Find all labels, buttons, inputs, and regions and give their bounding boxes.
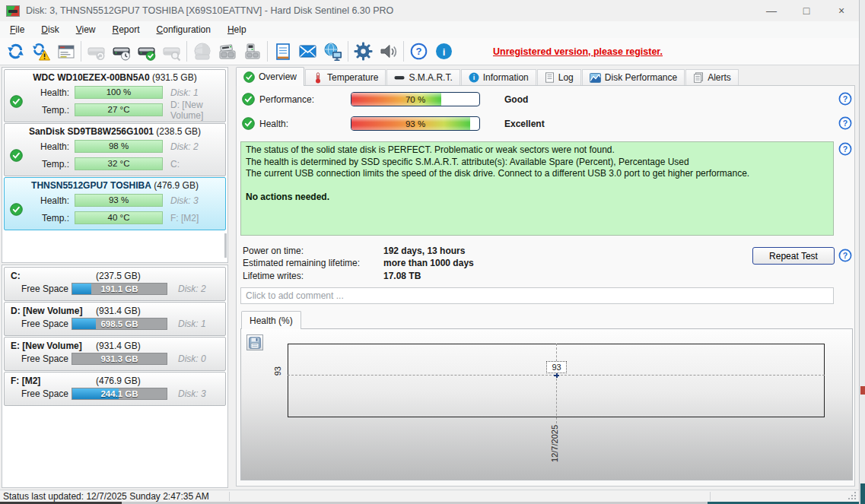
health-label: Health: xyxy=(259,119,288,129)
free-space-value: 931.3 GB xyxy=(72,353,167,364)
disk-volume: D: [New Volume] xyxy=(163,100,225,121)
surface-sphere-icon[interactable] xyxy=(189,40,215,63)
disk-search-icon[interactable] xyxy=(159,40,184,63)
temp-bar: 27 °C xyxy=(75,103,163,116)
remaining-lifetime-label: Estimated remaining lifetime: xyxy=(243,258,380,268)
tab-smart[interactable]: S.M.A.R.T. xyxy=(386,69,460,86)
tab-information[interactable]: i Information xyxy=(461,69,536,86)
disk-model: WDC WD10EZEX-00BN5A0 xyxy=(33,72,149,83)
tab-alerts[interactable]: Alerts xyxy=(685,69,739,86)
tab-bar: Overview Temperature S.M.A.R.T. i Inform… xyxy=(236,67,739,86)
disk-clock-icon[interactable] xyxy=(109,40,134,63)
free-space-label: Free Space xyxy=(21,388,72,399)
help-icon[interactable]: ? xyxy=(838,116,852,130)
thermometer-icon xyxy=(313,72,323,84)
info-icon[interactable]: i xyxy=(431,40,456,63)
remaining-lifetime-value: more than 1000 days xyxy=(383,258,474,268)
performance-label: Performance: xyxy=(259,94,314,105)
partition-disk-number: Disk: 3 xyxy=(178,388,206,399)
disk-list-item-2[interactable]: SanDisk SD9TB8W256G1001 (238.5 GB) Healt… xyxy=(4,123,226,176)
health-label: Health: xyxy=(27,195,75,206)
disk-check-icon[interactable] xyxy=(134,40,159,63)
menu-report[interactable]: Report xyxy=(104,23,148,36)
partition-item-d[interactable]: D: [New Volume](931.4 GB) Free Space 698… xyxy=(4,302,226,336)
partition-item-e[interactable]: E: [New Volume](931.4 GB) Free Space 931… xyxy=(4,337,226,371)
maximize-button[interactable]: □ xyxy=(789,0,824,21)
help-icon[interactable]: ? xyxy=(838,92,852,106)
menu-help[interactable]: Help xyxy=(219,23,255,36)
disk-list: WDC WD10EZEX-00BN5A0 (931.5 GB) Health: … xyxy=(2,67,228,263)
disk-dock-icon[interactable] xyxy=(215,40,240,63)
disk-eject-icon[interactable] xyxy=(240,40,265,63)
toolbar-separator xyxy=(267,41,268,62)
health-ok-icon xyxy=(10,203,23,216)
disk-list-item-1[interactable]: WDC WD10EZEX-00BN5A0 (931.5 GB) Health: … xyxy=(4,69,226,122)
toolbar-separator xyxy=(81,41,81,62)
performance-rating: Good xyxy=(504,94,528,105)
temp-bar: 40 °C xyxy=(75,211,163,224)
disk-list-item-3-selected[interactable]: THNSN5512GPU7 TOSHIBA (476.9 GB) Health:… xyxy=(4,177,226,230)
free-space-bar: 244.1 GB xyxy=(72,388,167,400)
report-window-icon[interactable] xyxy=(53,40,78,63)
tab-log[interactable]: Log xyxy=(537,69,581,86)
free-space-label: Free Space xyxy=(21,284,72,294)
svg-text:i: i xyxy=(443,46,446,58)
refresh-icon[interactable] xyxy=(3,40,28,63)
health-value: 93 % xyxy=(351,117,479,131)
menu-view[interactable]: View xyxy=(68,23,104,36)
notes-icon[interactable] xyxy=(270,40,295,63)
toolbar-separator xyxy=(186,41,187,62)
email-icon[interactable] xyxy=(295,40,320,63)
disk-size: (931.5 GB) xyxy=(152,72,197,83)
health-bar: 98 % xyxy=(75,140,163,153)
health-chart-panel: 93 12/7/2025 93 xyxy=(240,328,853,480)
menu-disk[interactable]: Disk xyxy=(33,23,67,36)
tab-disk-performance[interactable]: Disk Performance xyxy=(582,69,685,86)
free-space-value: 244.1 GB xyxy=(72,388,167,399)
power-on-time-label: Power on time: xyxy=(243,246,380,256)
minimize-button[interactable]: — xyxy=(754,0,789,21)
menu-configuration[interactable]: Configuration xyxy=(148,23,219,36)
svg-text:?: ? xyxy=(843,144,848,154)
disk-list-scrollbar[interactable] xyxy=(224,233,227,258)
register-link[interactable]: Unregistered version, please register. xyxy=(493,46,663,57)
sound-icon[interactable] xyxy=(376,40,401,63)
help-icon[interactable]: ? xyxy=(838,249,852,262)
tab-overview[interactable]: Overview xyxy=(236,67,304,86)
chart-gridline-vertical xyxy=(556,344,557,423)
background-window-edge xyxy=(859,0,865,504)
main-content: Overview Temperature S.M.A.R.T. i Inform… xyxy=(236,67,855,488)
status-text-box: The status of the solid state disk is PE… xyxy=(240,141,834,236)
close-button[interactable]: × xyxy=(824,0,859,21)
save-chart-button[interactable] xyxy=(246,334,263,350)
help-icon[interactable]: ? xyxy=(838,142,852,156)
partition-list: C:(237.5 GB) Free Space 191.1 GB Disk: 2… xyxy=(2,265,228,488)
free-space-bar: 191.1 GB xyxy=(72,283,167,295)
help-icon[interactable]: ? xyxy=(406,40,431,63)
partition-item-f[interactable]: F: [M2](476.9 GB) Free Space 244.1 GB Di… xyxy=(4,372,226,406)
svg-text:i: i xyxy=(472,74,475,81)
status-bar: Status last updated: 12/7/2025 Sunday 2:… xyxy=(0,490,859,502)
power-on-time-value: 192 days, 13 hours xyxy=(383,246,465,256)
menu-file[interactable]: File xyxy=(2,23,33,36)
network-icon[interactable] xyxy=(320,40,345,63)
refresh-warning-icon[interactable] xyxy=(28,40,53,63)
comment-input[interactable] xyxy=(240,287,834,304)
performance-row: Performance: 70 % Good ? xyxy=(237,92,854,107)
free-space-label: Free Space xyxy=(21,353,72,364)
partition-item-c[interactable]: C:(237.5 GB) Free Space 191.1 GB Disk: 2 xyxy=(4,267,226,301)
repeat-test-button[interactable]: Repeat Test xyxy=(752,247,835,265)
resize-grip[interactable] xyxy=(848,491,857,500)
app-window: Disk: 3, THNSN5512GPU7 TOSHIBA [X69S10EA… xyxy=(0,0,859,502)
tab-temperature[interactable]: Temperature xyxy=(305,69,386,86)
disk-size: (238.5 GB) xyxy=(156,126,201,137)
settings-gear-icon[interactable] xyxy=(351,40,376,63)
info-circle-icon: i xyxy=(469,72,479,83)
health-bar: 93 % xyxy=(351,116,480,131)
temp-bar: 32 °C xyxy=(75,157,163,170)
svg-text:?: ? xyxy=(416,46,422,57)
disk-undo-icon[interactable] xyxy=(84,40,109,63)
disk-model: SanDisk SD9TB8W256G1001 xyxy=(29,126,154,137)
performance-chart-icon xyxy=(590,73,601,83)
chart-tab-health[interactable]: Health (%) xyxy=(241,311,301,329)
